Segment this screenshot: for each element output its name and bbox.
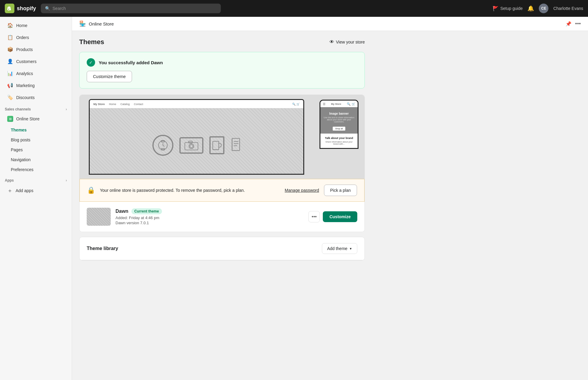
theme-thumbnail-inner	[87, 208, 111, 226]
sketch-items	[152, 135, 241, 156]
sidebar-label-products: Products	[16, 47, 33, 52]
svg-line-4	[163, 145, 164, 146]
sales-channels-label: Sales channels	[5, 107, 31, 111]
online-store-icon: ⊞	[7, 116, 13, 122]
theme-added-meta: Added: Friday at 4:46 pm	[116, 216, 304, 220]
mobile-banner-text: Use this text to share information about…	[323, 116, 355, 123]
view-store-button[interactable]: 👁 View your store	[329, 39, 365, 45]
apps-chevron-icon: ›	[66, 178, 67, 182]
svg-rect-9	[213, 141, 219, 150]
home-icon: 🏠	[7, 23, 13, 28]
sketch-mug-icon	[209, 136, 224, 154]
theme-thumbnail	[87, 208, 111, 226]
search-icon: 🔍	[45, 6, 50, 11]
sidebar-item-add-apps[interactable]: ＋ Add apps	[2, 184, 69, 197]
preview-store-name: My Store	[93, 103, 105, 106]
theme-info-row: Dawn Current theme Added: Friday at 4:46…	[80, 202, 364, 232]
mobile-cart-icon: 🛒	[352, 102, 355, 106]
discounts-icon: 🏷️	[7, 95, 13, 100]
notification-bell-icon[interactable]: 🔔	[527, 5, 534, 12]
sidebar-item-marketing[interactable]: 📢 Marketing	[2, 80, 69, 91]
page-inner: Themes 👁 View your store ✓ You successfu…	[72, 31, 372, 268]
sidebar: 🏠 Home 📋 Orders 📦 Products 👤 Customers 📊…	[0, 17, 72, 380]
theme-preview-card: My Store Home Catalog Contact 🔍 🛒	[79, 95, 365, 232]
sidebar-subitem-pages[interactable]: Pages	[11, 145, 69, 155]
sidebar-subitem-blog-posts[interactable]: Blog posts	[11, 135, 69, 145]
customers-icon: 👤	[7, 59, 13, 64]
pin-icon[interactable]: 📌	[566, 21, 572, 27]
view-store-label: View your store	[336, 40, 365, 44]
customize-theme-button[interactable]: Customize theme	[87, 71, 132, 82]
customize-button[interactable]: Customize	[323, 211, 357, 222]
mobile-icons: 🔍 🛒	[347, 102, 355, 106]
setup-guide-btn[interactable]: 🚩 Setup guide	[493, 6, 523, 11]
add-theme-button[interactable]: Add theme ▼	[322, 243, 357, 254]
theme-library-title: Theme library	[87, 246, 118, 251]
sidebar-item-analytics[interactable]: 📊 Analytics	[2, 68, 69, 79]
mobile-banner-btn: Shop all	[333, 127, 345, 131]
sales-channels-section: Sales channels ›	[0, 104, 72, 113]
sidebar-item-online-store[interactable]: ⊞ Online Store	[2, 113, 69, 125]
more-options-icon[interactable]: •••	[575, 21, 581, 27]
sidebar-item-products[interactable]: 📦 Products	[2, 44, 69, 55]
sidebar-item-orders[interactable]: 📋 Orders	[2, 32, 69, 43]
pick-plan-button[interactable]: Pick a plan	[324, 185, 357, 196]
store-header-right: 📌 •••	[566, 21, 581, 27]
check-circle-icon: ✓	[87, 58, 95, 67]
main-content: 🏪 Online Store 📌 ••• Themes 👁 View your …	[72, 17, 588, 380]
preview-nav-catalog: Catalog	[120, 103, 130, 106]
shopify-logo-icon	[5, 4, 14, 13]
sidebar-subitem-themes[interactable]: Themes	[11, 125, 69, 135]
mobile-banner-title: Image banner	[323, 112, 355, 115]
theme-name: Dawn	[116, 209, 128, 214]
success-message: You successfully added Dawn	[99, 60, 163, 65]
marketing-icon: 📢	[7, 83, 13, 88]
eye-icon: 👁	[329, 39, 334, 45]
preview-mobile-inner: ☰ My Store 🔍 🛒 Image banner Use this tex…	[320, 100, 358, 149]
theme-details: Dawn Current theme Added: Friday at 4:46…	[116, 208, 304, 225]
sales-channels-chevron-icon: ›	[66, 107, 67, 111]
store-header: 🏪 Online Store 📌 •••	[72, 17, 588, 31]
theme-library-header: Theme library Add theme ▼	[80, 237, 364, 260]
preview-mobile-topbar: ☰ My Store 🔍 🛒	[320, 101, 358, 107]
add-apps-label: Add apps	[16, 188, 33, 193]
theme-library-section: Theme library Add theme ▼	[79, 237, 365, 261]
theme-dots-icon: •••	[312, 214, 317, 219]
theme-version-meta: Dawn version 7.0.1	[116, 221, 304, 225]
sidebar-label-orders: Orders	[16, 35, 29, 40]
mobile-search-icon: 🔍	[347, 102, 350, 106]
theme-name-row: Dawn Current theme	[116, 208, 304, 214]
username-label[interactable]: Charlotte Evans	[553, 6, 583, 11]
sidebar-item-discounts[interactable]: 🏷️ Discounts	[2, 92, 69, 103]
mobile-below: Talk about your brand Share information …	[320, 134, 358, 148]
sketch-camera-icon	[179, 137, 203, 154]
success-banner: ✓ You successfully added Dawn Customize …	[79, 52, 365, 89]
password-warning-text: Your online store is password protected.…	[100, 188, 280, 193]
theme-more-options-button[interactable]: •••	[308, 211, 320, 222]
sidebar-label-home: Home	[16, 23, 27, 28]
search-bar[interactable]: 🔍	[41, 4, 221, 13]
lock-icon: 🔒	[87, 186, 95, 194]
avatar[interactable]: CE	[539, 4, 548, 13]
search-input[interactable]	[52, 6, 217, 11]
analytics-icon: 📊	[7, 71, 13, 76]
add-theme-label: Add theme	[327, 246, 347, 251]
sidebar-item-customers[interactable]: 👤 Customers	[2, 56, 69, 67]
preview-nav-home: Home	[109, 103, 116, 106]
mobile-banner: Image banner Use this text to share info…	[320, 107, 358, 134]
password-warning: 🔒 Your online store is password protecte…	[80, 179, 364, 202]
sidebar-label-online-store: Online Store	[16, 116, 40, 121]
preview-mobile-store-name: My Store	[331, 103, 341, 105]
manage-password-link[interactable]: Manage password	[285, 188, 319, 193]
add-apps-plus-icon: ＋	[7, 187, 13, 194]
setup-guide-label: Setup guide	[500, 6, 523, 11]
sidebar-subitem-navigation[interactable]: Navigation	[11, 155, 69, 164]
sidebar-item-home[interactable]: 🏠 Home	[2, 20, 69, 31]
current-theme-badge: Current theme	[131, 208, 162, 214]
store-header-icon: 🏪	[79, 20, 86, 27]
preview-images: My Store Home Catalog Contact 🔍 🛒	[80, 95, 364, 179]
sidebar-subitem-preferences[interactable]: Preferences	[11, 165, 69, 174]
logo[interactable]: shopify	[5, 4, 36, 13]
sketch-notebook-icon	[230, 137, 241, 153]
svg-rect-8	[188, 141, 192, 143]
